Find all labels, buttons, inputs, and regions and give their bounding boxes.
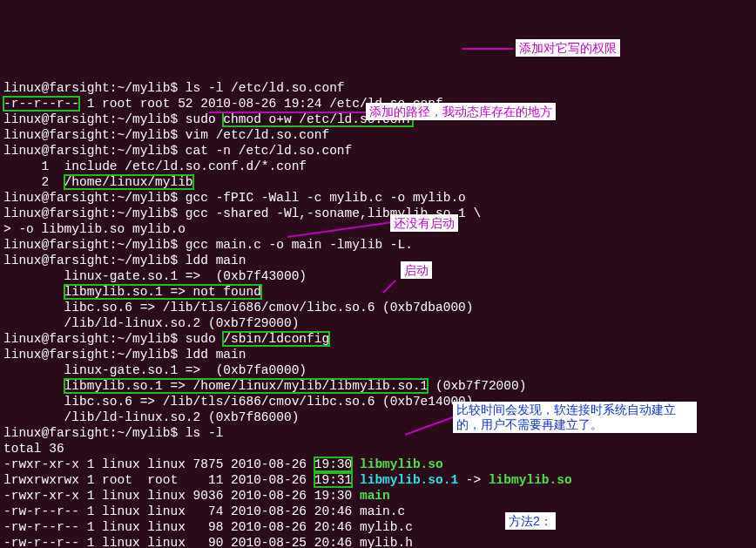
terminal-line: linux@farsight:~/mylib$ sudo /sbin/ldcon… bbox=[3, 331, 753, 347]
prompt: linux@farsight:~/mylib$ bbox=[3, 128, 178, 142]
terminal-line: linux@farsight:~/mylib$ gcc -fPIC -Wall … bbox=[3, 190, 753, 206]
prompt: linux@farsight:~/mylib$ bbox=[3, 112, 178, 126]
terminal-line: total 36 bbox=[3, 441, 753, 457]
prompt: linux@farsight:~/mylib$ bbox=[3, 238, 178, 252]
annotation-symlink: 比较时间会发现，软连接时系统自动建立的，用户不需要再建立了。 bbox=[453, 402, 697, 433]
terminal-line: linux-gate.so.1 => (0xb7f43000) bbox=[3, 268, 753, 284]
terminal-line: /lib/ld-linux.so.2 (0xb7f29000) bbox=[3, 315, 753, 331]
terminal-line: -rw-r--r-- 1 linux linux 74 2010-08-26 2… bbox=[3, 504, 753, 519]
arrow-2 bbox=[209, 112, 366, 113]
terminal-line: linux@farsight:~/mylib$ cat -n /etc/ld.s… bbox=[3, 143, 753, 159]
terminal-line: linux@farsight:~/mylib$ ldd main bbox=[3, 253, 753, 268]
terminal-line: linux@farsight:~/mylib$ ldd main bbox=[3, 347, 753, 362]
terminal-line: -rw-r--r-- 1 linux linux 98 2010-08-26 2… bbox=[3, 519, 753, 535]
terminal-line: -rwxr-xr-x 1 linux linux 9036 2010-08-26… bbox=[3, 488, 753, 504]
annotation-path: 添加的路径，我动态库存在的地方 bbox=[366, 103, 556, 120]
prompt: linux@farsight:~/mylib$ bbox=[3, 81, 178, 95]
terminal-line: linux-gate.so.1 => (0xb7fa0000) bbox=[3, 362, 753, 378]
terminal-line: -rw-r--r-- 1 linux linux 90 2010-08-25 2… bbox=[3, 535, 753, 548]
terminal-line: linux@farsight:~/mylib$ gcc main.c -o ma… bbox=[3, 237, 753, 253]
annotation-method2: 方法2： bbox=[505, 512, 556, 530]
prompt: linux@farsight:~/mylib$ bbox=[3, 144, 178, 158]
terminal[interactable]: linux@farsight:~/mylib$ ls -l /etc/ld.so… bbox=[3, 80, 753, 548]
terminal-line: -rwxr-xr-x 1 linux linux 7875 2010-08-26… bbox=[3, 457, 753, 472]
annotation-started: 启动 bbox=[401, 261, 432, 279]
prompt: linux@farsight:~/mylib$ bbox=[3, 191, 178, 205]
terminal-line: linux@farsight:~/mylib$ ls -l /etc/ld.so… bbox=[3, 80, 753, 96]
annotation-not-started: 还没有启动 bbox=[390, 214, 458, 232]
prompt: linux@farsight:~/mylib$ bbox=[3, 426, 178, 440]
terminal-line: libmylib.so.1 => not found bbox=[3, 284, 753, 300]
annotation-write-perm: 添加对它写的权限 bbox=[516, 39, 620, 57]
prompt: linux@farsight:~/mylib$ bbox=[3, 332, 178, 346]
terminal-line: libc.so.6 => /lib/tls/i686/cmov/libc.so.… bbox=[3, 300, 753, 315]
terminal-line: 1 include /etc/ld.so.conf.d/*.conf bbox=[3, 159, 753, 174]
terminal-line: lrwxrwxrwx 1 root root 11 2010-08-26 19:… bbox=[3, 472, 753, 488]
terminal-line: linux@farsight:~/mylib$ gcc -shared -Wl,… bbox=[3, 206, 753, 221]
terminal-line: linux@farsight:~/mylib$ vim /etc/ld.so.c… bbox=[3, 127, 753, 143]
prompt: linux@farsight:~/mylib$ bbox=[3, 348, 178, 362]
terminal-line: libmylib.so.1 => /home/linux/mylib/libmy… bbox=[3, 378, 753, 394]
terminal-line: 2 /home/linux/mylib bbox=[3, 174, 753, 190]
prompt: linux@farsight:~/mylib$ bbox=[3, 254, 178, 267]
prompt: linux@farsight:~/mylib$ bbox=[3, 206, 178, 220]
arrow-1 bbox=[462, 48, 514, 50]
